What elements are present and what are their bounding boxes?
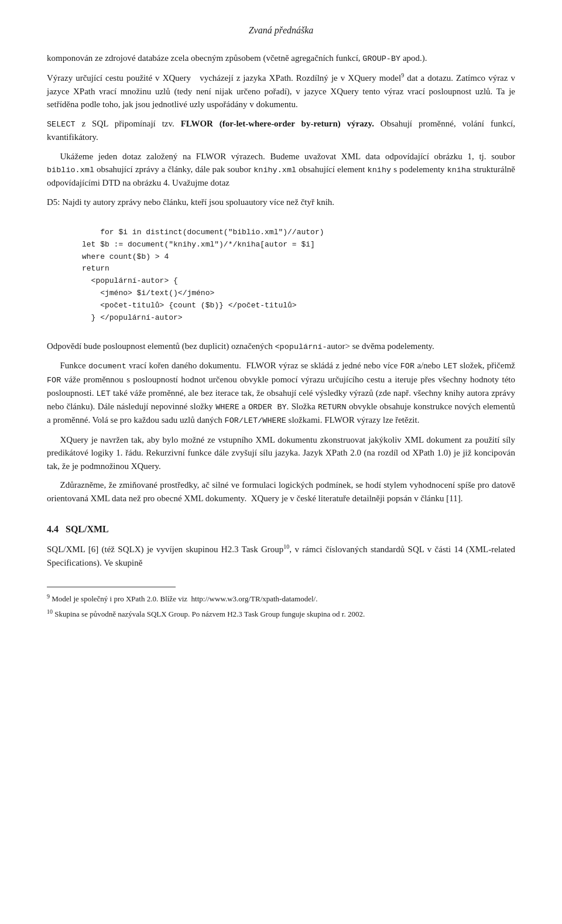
footnote-10: 10 Skupina se původně nazývala SQLX Grou… (47, 607, 515, 620)
footnote-10-marker: 10 (47, 608, 53, 615)
code-inline-for: FOR (400, 362, 414, 371)
code-line-6: <jméno> $i/text()</jméno> (82, 289, 214, 297)
paragraph-after-code: Odpovědí bude posloupnost elementů (bez … (47, 340, 515, 353)
paragraph-1: komponován ze zdrojové databáze zcela ob… (47, 52, 515, 65)
code-inline-for2: FOR (47, 376, 61, 385)
code-inline-let2: LET (97, 389, 111, 398)
footnote-divider (47, 587, 176, 587)
code-inline-return: RETURN (318, 403, 347, 412)
footnote-9-marker: 9 (47, 593, 50, 600)
code-line-8: } </populární-autor> (82, 313, 183, 322)
paragraph-sqlxml: SQL/XML [6] (též SQLX) je vyvíjen skupin… (47, 542, 515, 569)
code-inline-popularni: <populární- (275, 343, 327, 351)
paragraph-flwor-explanation: Funkce document vrací kořen daného dokum… (47, 359, 515, 427)
code-inline-kniha: kniha (447, 166, 471, 174)
code-line-7: <počet-titulů> {count ($b)} </počet-titu… (82, 301, 297, 310)
code-inline-biblio: biblio.xml (47, 166, 94, 174)
footnotes-section: 9 Model je společný i pro XPath 2.0. Blí… (47, 592, 515, 620)
code-inline-forletwhere: FOR/LET/WHERE (225, 416, 286, 425)
code-inline-select: SELECT (47, 120, 76, 129)
flwor-emphasis: FLWOR (for-let-where-order by-return) vý… (181, 119, 374, 128)
paragraph-3: SELECT z SQL připomínají tzv. FLWOR (for… (47, 117, 515, 144)
code-line-5: <populární-autor> { (82, 276, 178, 285)
code-line-1: for $i in distinct(document("biblio.xml"… (100, 228, 324, 237)
code-inline-knihy: knihy.xml (253, 166, 296, 174)
code-inline-knihy-el: knihy (368, 166, 392, 174)
paragraph-2: Výrazy určující cestu použité v XQuery v… (47, 71, 515, 111)
paragraph-zdurazneme: Zdůrazněme, že zmiňované prostředky, ač … (47, 478, 515, 505)
code-inline-groupby: GROUP‑BY (362, 54, 400, 63)
footnote-9: 9 Model je společný i pro XPath 2.0. Blí… (47, 592, 515, 605)
d5-label: D5: Najdi ty autory zprávy nebo článku, … (47, 196, 515, 209)
code-inline-orderby: ORDER BY (248, 403, 286, 412)
paragraph-xquery-design: XQuery je navržen tak, aby bylo možné ze… (47, 433, 515, 473)
code-inline-where: WHERE (215, 403, 239, 412)
code-line-4: return (82, 264, 109, 273)
code-inline-let: LET (443, 362, 457, 371)
code-inline-document: document (88, 362, 126, 371)
page: Zvaná přednáška komponován ze zdrojové d… (0, 0, 562, 924)
paragraph-4: Ukážeme jeden dotaz založený na FLWOR vý… (47, 150, 515, 190)
page-title: Zvaná přednáška (47, 23, 515, 37)
code-line-3: where count($b) > 4 (82, 252, 169, 261)
code-block-query: for $i in distinct(document("biblio.xml"… (82, 214, 515, 336)
footnote-ref-10: 10 (283, 543, 289, 550)
section-44-heading: 4.4 SQL/XML (47, 522, 515, 536)
footnote-ref-9: 9 (401, 72, 404, 78)
code-line-2: let $b := document("knihy.xml")/*/kniha[… (82, 240, 315, 249)
